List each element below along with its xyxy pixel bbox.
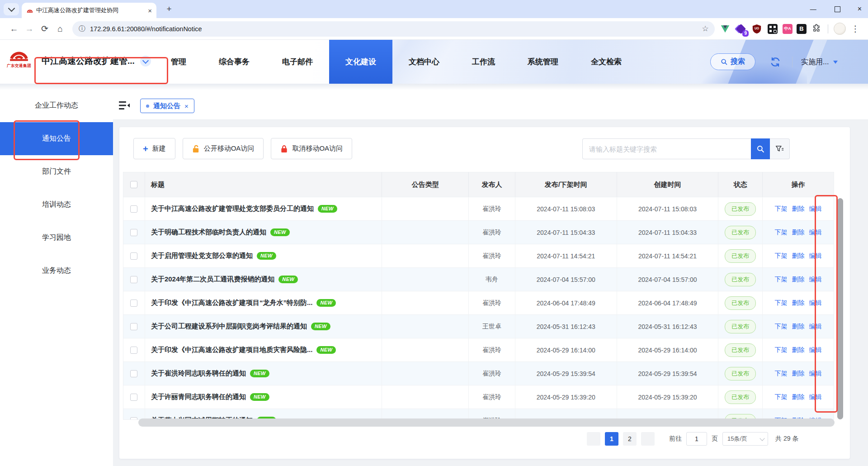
action-link-编辑[interactable]: 编辑 bbox=[809, 228, 822, 237]
nav-item-工作流[interactable]: 工作流 bbox=[456, 40, 511, 84]
refresh-icon[interactable] bbox=[769, 56, 781, 68]
translate-extension-icon[interactable]: 中A bbox=[783, 24, 793, 34]
action-link-删除[interactable]: 删除 bbox=[792, 205, 805, 213]
goto-page-input[interactable] bbox=[686, 432, 707, 446]
forward-icon[interactable]: → bbox=[22, 21, 37, 37]
notice-title[interactable]: 关于印发《中江高速公路改扩建项目地质灾害风险隐... bbox=[151, 346, 313, 354]
ublock-icon[interactable]: UO bbox=[751, 23, 763, 35]
nav-item-电子邮件[interactable]: 电子邮件 bbox=[266, 40, 329, 84]
action-link-删除[interactable]: 删除 bbox=[792, 252, 805, 260]
row-checkbox[interactable] bbox=[130, 370, 137, 377]
notice-title[interactable]: 关于中江高速公路改扩建管理处党支部委员分工的通知 bbox=[151, 204, 314, 213]
sidebar-item-培训动态[interactable]: 培训动态 bbox=[0, 188, 113, 221]
filter-button[interactable] bbox=[770, 138, 790, 159]
action-link-编辑[interactable]: 编辑 bbox=[809, 393, 822, 401]
action-link-编辑[interactable]: 编辑 bbox=[809, 299, 822, 307]
action-link-删除[interactable]: 删除 bbox=[792, 299, 805, 307]
row-checkbox[interactable] bbox=[130, 276, 137, 283]
sidebar-item-企业工作动态[interactable]: 企业工作动态 bbox=[0, 89, 113, 122]
sidebar-item-学习园地[interactable]: 学习园地 bbox=[0, 221, 113, 254]
window-minimize-icon[interactable]: — bbox=[810, 5, 816, 13]
row-checkbox[interactable] bbox=[130, 394, 137, 401]
extensions-puzzle-icon[interactable] bbox=[811, 23, 822, 35]
global-search-button[interactable]: 搜索 bbox=[710, 53, 755, 70]
window-restore-icon[interactable] bbox=[835, 6, 840, 12]
prev-page-button[interactable] bbox=[587, 432, 600, 446]
search-button[interactable] bbox=[751, 138, 770, 159]
user-menu[interactable]: 实施用... bbox=[801, 57, 838, 67]
row-checkbox[interactable] bbox=[130, 347, 137, 354]
row-checkbox[interactable] bbox=[130, 229, 137, 236]
page-size-select[interactable]: 15条/页 bbox=[722, 432, 768, 446]
extension-diamond-icon[interactable]: 9 bbox=[735, 23, 747, 35]
tab-chip-notifications[interactable]: 通知公告 × bbox=[140, 99, 194, 113]
row-checkbox[interactable] bbox=[130, 300, 137, 307]
notice-title[interactable]: 关于公司工程建设系列中层副职竞岗考评结果的通知 bbox=[151, 322, 307, 331]
horizontal-scrollbar[interactable] bbox=[138, 418, 835, 427]
publish-mobile-oa-button[interactable]: 公开移动OA访问 bbox=[183, 138, 264, 159]
bitwarden-icon[interactable]: B bbox=[797, 24, 807, 34]
action-link-删除[interactable]: 删除 bbox=[792, 393, 805, 401]
action-link-下架[interactable]: 下架 bbox=[775, 205, 788, 213]
bookmark-star-icon[interactable]: ☆ bbox=[698, 22, 712, 36]
row-checkbox[interactable] bbox=[130, 252, 137, 260]
action-link-删除[interactable]: 删除 bbox=[792, 370, 805, 378]
notice-title[interactable]: 关于印发《中江高速公路改扩建项目“龙舟水”特别防... bbox=[151, 299, 313, 307]
notice-title[interactable]: 关于崔洪玲同志职务聘任的通知 bbox=[151, 369, 246, 378]
search-input[interactable] bbox=[582, 138, 751, 159]
action-link-编辑[interactable]: 编辑 bbox=[809, 323, 822, 331]
window-close-icon[interactable]: × bbox=[858, 5, 862, 13]
nav-item-综合事务[interactable]: 综合事务 bbox=[203, 40, 266, 84]
action-link-下架[interactable]: 下架 bbox=[775, 252, 788, 260]
action-link-删除[interactable]: 删除 bbox=[792, 346, 805, 354]
page-button-1[interactable]: 1 bbox=[605, 432, 618, 446]
action-link-下架[interactable]: 下架 bbox=[775, 370, 788, 378]
row-checkbox[interactable] bbox=[130, 323, 137, 330]
notice-title[interactable]: 关于明确工程技术部临时负责人的通知 bbox=[151, 228, 266, 237]
qr-extension-icon[interactable] bbox=[767, 23, 778, 35]
home-icon[interactable]: ⌂ bbox=[52, 21, 68, 37]
action-link-编辑[interactable]: 编辑 bbox=[809, 346, 822, 354]
action-link-删除[interactable]: 删除 bbox=[792, 323, 805, 331]
sidebar-item-通知公告[interactable]: 通知公告 bbox=[0, 122, 113, 155]
nav-item-系统管理[interactable]: 系统管理 bbox=[511, 40, 575, 84]
action-link-编辑[interactable]: 编辑 bbox=[809, 370, 822, 378]
sidebar-collapse-icon[interactable] bbox=[118, 100, 130, 110]
nav-item-管理[interactable]: 管理 bbox=[155, 40, 203, 84]
notice-title[interactable]: 关于许丽青同志职务聘任的通知 bbox=[151, 393, 246, 401]
tab-search-button[interactable] bbox=[4, 3, 19, 15]
nav-item-文档中心[interactable]: 文档中心 bbox=[392, 40, 456, 84]
tab-chip-close-icon[interactable]: × bbox=[184, 102, 189, 110]
page-button-2[interactable]: 2 bbox=[623, 432, 637, 446]
row-checkbox[interactable] bbox=[130, 205, 137, 213]
action-link-编辑[interactable]: 编辑 bbox=[809, 276, 822, 284]
cancel-mobile-oa-button[interactable]: 取消移动OA访问 bbox=[271, 138, 352, 159]
url-bar[interactable]: ⓘ 172.29.6.61:20080/#/notificationNotice… bbox=[72, 21, 715, 37]
back-icon[interactable]: ← bbox=[6, 21, 22, 37]
vertical-scrollbar[interactable] bbox=[837, 198, 843, 419]
sidebar-item-业务动态[interactable]: 业务动态 bbox=[0, 254, 113, 287]
select-all-checkbox[interactable] bbox=[130, 181, 137, 188]
vue-devtools-icon[interactable] bbox=[719, 23, 731, 35]
profile-avatar[interactable] bbox=[834, 23, 846, 35]
action-link-下架[interactable]: 下架 bbox=[775, 228, 788, 237]
action-link-删除[interactable]: 删除 bbox=[792, 228, 805, 237]
browser-menu-icon[interactable]: ⋮ bbox=[850, 21, 861, 37]
action-link-下架[interactable]: 下架 bbox=[775, 346, 788, 354]
row-checkbox[interactable] bbox=[130, 417, 137, 420]
new-tab-button[interactable]: + bbox=[164, 4, 175, 14]
action-link-下架[interactable]: 下架 bbox=[775, 299, 788, 307]
action-link-编辑[interactable]: 编辑 bbox=[809, 252, 822, 260]
browser-tab[interactable]: 中江高速公路改扩建管理处协同 × bbox=[22, 3, 156, 18]
nav-item-文化建设[interactable]: 文化建设 bbox=[329, 40, 392, 84]
reload-icon[interactable]: ⟳ bbox=[37, 21, 52, 37]
action-link-下架[interactable]: 下架 bbox=[775, 276, 788, 284]
notice-title[interactable]: 关于启用管理处党支部公章的通知 bbox=[151, 252, 253, 260]
action-link-编辑[interactable]: 编辑 bbox=[809, 205, 822, 213]
action-link-下架[interactable]: 下架 bbox=[775, 323, 788, 331]
tab-close-icon[interactable]: × bbox=[148, 7, 152, 14]
org-selector[interactable]: 中江高速公路改扩建管... bbox=[42, 55, 151, 67]
next-page-button[interactable] bbox=[641, 432, 655, 446]
action-link-下架[interactable]: 下架 bbox=[775, 393, 788, 401]
notice-title[interactable]: 关于2024年第二次员工通讯费报销的通知 bbox=[151, 275, 274, 284]
